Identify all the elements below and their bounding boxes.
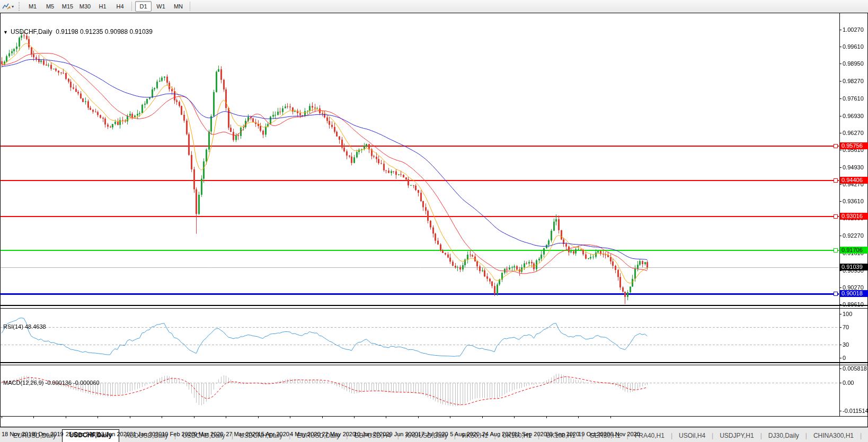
timeframe-button-group: M1M5M15M30H1H4D1W1MN (24, 1, 193, 12)
price-badge: 0.91039 (840, 264, 868, 270)
timeframe-button-m5[interactable]: M5 (42, 1, 58, 12)
timeframe-button-m30[interactable]: M30 (77, 1, 93, 12)
timeframe-button-mn[interactable]: MN (170, 1, 187, 12)
price-axis-label: 0.98950 (843, 60, 864, 67)
macd-indicator-label: MACD(12,26,9) -0.000136 -0.000060 (3, 380, 100, 386)
rsi-axis-label: 30 (843, 341, 849, 348)
symbol-tab-usoil-h1[interactable]: USOil,H1 (862, 430, 868, 442)
date-axis-label: 5 Aug 2020 (450, 431, 480, 437)
timeframe-button-d1[interactable]: D1 (135, 1, 152, 12)
chart-tool-icon (2, 3, 11, 10)
timeframe-button-h4[interactable]: H4 (112, 1, 128, 12)
price-axis-label: 0.94930 (843, 164, 864, 170)
symbol-tab-dj30-daily[interactable]: DJ30,Daily (763, 430, 805, 442)
date-axis-label: 24 Aug 2020 (482, 431, 515, 437)
date-axis-label: 19 Oct 2020 (578, 431, 610, 437)
symbol-tab-usdjpy-h1[interactable]: USDJPY,H1 (714, 430, 759, 442)
rsi-axis-label: 0 (843, 355, 846, 361)
timeframe-button-h1[interactable]: H1 (94, 1, 111, 12)
date-axis-label: 31 Jan 2020 (130, 431, 162, 437)
date-axis-label: 15 Apr 2020 (258, 431, 289, 437)
chart-window: ▼USDCHF,Daily 0.91198 0.91235 0.90988 0.… (0, 13, 868, 427)
price-badge: 0.93016 (840, 213, 868, 220)
toolbar-separator (131, 2, 132, 11)
date-axis-label: 4 May 2020 (290, 431, 320, 437)
price-axis-label: 1.00270 (843, 26, 864, 33)
macd-axis-label: -0.011514 (843, 408, 868, 414)
price-axis-label: 0.99610 (843, 43, 864, 50)
price-badge: 0.95756 (840, 142, 868, 149)
date-axis-label: 27 Mar 2020 (226, 431, 259, 437)
date-axis-label: 30 Sep 2020 (546, 431, 579, 437)
rsi-indicator-label: RSI(14) 48.4638 (3, 323, 46, 330)
date-axis-label: 18 Nov 2019 (2, 431, 34, 437)
date-axis-label: 13 Jan 2020 (98, 431, 130, 437)
date-axis-label: 6 Nov 2020 (610, 431, 640, 437)
price-badge: 0.90018 (840, 290, 868, 297)
timeframe-button-w1[interactable]: W1 (153, 1, 169, 12)
timeframe-button-m1[interactable]: M1 (24, 1, 41, 12)
price-axis-label: 0.98270 (843, 78, 864, 84)
symbol-tab-china300-h1[interactable]: CHINA300,H1 (808, 430, 860, 442)
date-axis-label: 22 May 2020 (322, 431, 356, 437)
chevron-down-icon[interactable]: ▾ (12, 4, 14, 9)
chart-title-symbol: USDCHF,Daily (11, 28, 52, 35)
date-axis-label: 29 Jun 2020 (386, 431, 418, 437)
date-axis-label: 10 Jun 2020 (354, 431, 386, 437)
macd-axis-label: 0.005818 (843, 365, 867, 372)
date-axis-label: 17 Jul 2020 (418, 431, 448, 437)
price-axis-label: 0.92270 (843, 232, 864, 239)
date-axis-label: 25 Dec 2019 (66, 431, 99, 437)
date-axis-label: 19 Feb 2020 (162, 431, 194, 437)
price-badge: 0.91706 (840, 247, 868, 254)
symbol-tab-usoil-h4[interactable]: USOil,H4 (673, 430, 711, 442)
rsi-axis-label: 100 (843, 311, 852, 317)
chart-canvas[interactable] (0, 13, 868, 442)
date-axis-label: 9 Mar 2020 (194, 431, 224, 437)
date-axis-label: 11 Sep 2020 (514, 431, 547, 437)
macd-axis-label: 0.00 (843, 380, 854, 386)
price-axis-label: 0.97610 (843, 95, 864, 102)
chart-title-ohlc: 0.91198 0.91235 0.90988 0.91039 (56, 28, 153, 35)
chart-tool-button[interactable]: ▾ (0, 3, 16, 10)
price-axis-label: 0.96930 (843, 113, 864, 119)
date-axis-label: 6 Dec 2019 (33, 431, 63, 437)
top-toolbar: ▾ M1M5M15M30H1H4D1W1MN (0, 0, 868, 13)
chart-title: ▼USDCHF,Daily 0.91198 0.91235 0.90988 0.… (3, 28, 153, 35)
price-axis-label: 0.90270 (843, 284, 864, 291)
price-badge: 0.94406 (840, 177, 868, 184)
price-axis-label: 0.96270 (843, 130, 864, 136)
timeframe-button-m15[interactable]: M15 (59, 1, 76, 12)
price-axis-label: 0.93610 (843, 198, 864, 204)
rsi-axis-label: 70 (843, 324, 849, 330)
toolbar-separator (190, 2, 190, 11)
toolbar-grip[interactable] (18, 2, 21, 11)
collapse-arrow-icon[interactable]: ▼ (3, 30, 8, 35)
price-axis-label: 0.89610 (843, 301, 864, 308)
